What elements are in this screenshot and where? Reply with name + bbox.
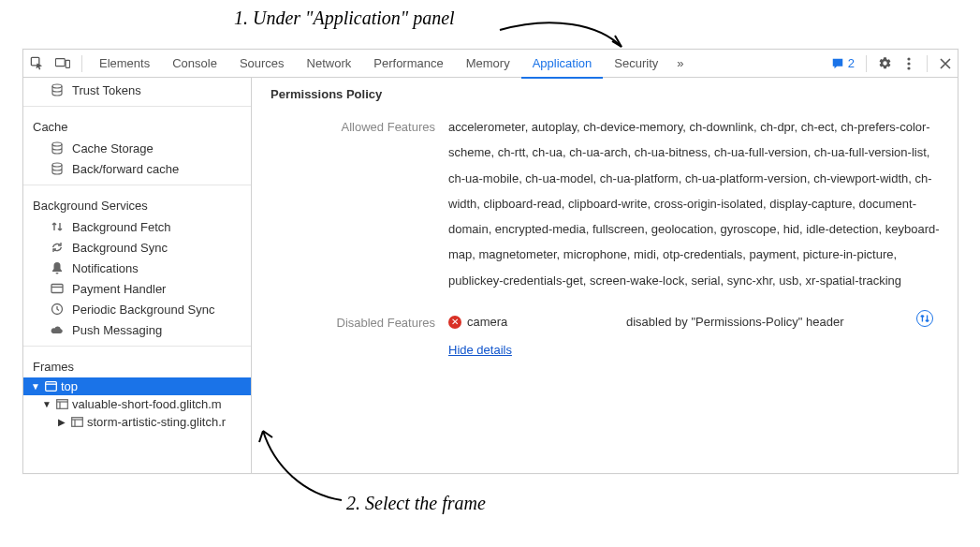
svg-point-7 bbox=[52, 142, 62, 146]
allowed-features-label: Allowed Features bbox=[271, 114, 448, 140]
refresh-button[interactable] bbox=[916, 310, 943, 327]
svg-point-8 bbox=[52, 163, 62, 167]
disabled-feature-name: camera bbox=[467, 310, 507, 334]
disabled-feature-reason: disabled by "Permissions-Policy" header bbox=[626, 310, 907, 334]
divider bbox=[23, 185, 251, 185]
x-circle-icon: ✕ bbox=[448, 316, 461, 329]
separator bbox=[81, 55, 82, 72]
tab-security[interactable]: Security bbox=[603, 50, 669, 78]
frame-child-1[interactable]: ▼ valuable-short-food.glitch.m bbox=[23, 395, 251, 413]
frames-tree: ▼ top ▼ valuable-short-food.glitch.m ▶ s… bbox=[23, 377, 251, 431]
sync-icon bbox=[50, 240, 65, 255]
window-icon bbox=[44, 380, 57, 393]
sidebar-item-label: Back/forward cache bbox=[72, 162, 179, 176]
sidebar-item-bfcache[interactable]: Back/forward cache bbox=[23, 158, 251, 179]
tab-performance[interactable]: Performance bbox=[362, 50, 454, 78]
sidebar-item-bg-sync[interactable]: Background Sync bbox=[23, 237, 251, 258]
bell-icon bbox=[50, 260, 65, 275]
allowed-features-row: Allowed Features accelerometer, autoplay… bbox=[271, 114, 943, 293]
clock-icon bbox=[50, 302, 65, 317]
tab-network[interactable]: Network bbox=[296, 50, 363, 78]
tab-overflow[interactable]: » bbox=[669, 50, 691, 78]
annotation-step-2: 2. Select the frame bbox=[346, 493, 486, 514]
svg-rect-2 bbox=[66, 60, 69, 67]
kebab-menu-icon[interactable] bbox=[897, 50, 921, 78]
section-title: Permissions Policy bbox=[271, 87, 943, 101]
cloud-icon bbox=[50, 322, 65, 337]
settings-icon[interactable] bbox=[872, 50, 897, 78]
inspect-icon[interactable] bbox=[23, 50, 50, 78]
tab-sources[interactable]: Sources bbox=[228, 50, 296, 78]
hide-details-link[interactable]: Hide details bbox=[448, 338, 943, 362]
frame-icon bbox=[55, 398, 68, 411]
sidebar-item-bg-fetch[interactable]: Background Fetch bbox=[23, 216, 251, 237]
sidebar-item-push-messaging[interactable]: Push Messaging bbox=[23, 319, 251, 340]
svg-point-4 bbox=[907, 62, 910, 65]
svg-point-5 bbox=[907, 67, 910, 69]
tab-application[interactable]: Application bbox=[521, 50, 604, 79]
frame-icon bbox=[70, 416, 83, 429]
toolbar-right bbox=[872, 50, 958, 78]
svg-point-6 bbox=[52, 84, 62, 88]
device-toggle-icon[interactable] bbox=[50, 50, 76, 78]
database-icon bbox=[50, 161, 65, 176]
sidebar-item-trust-tokens[interactable]: Trust Tokens bbox=[23, 80, 251, 100]
svg-rect-12 bbox=[45, 382, 56, 392]
disclosure-triangle-icon[interactable]: ▶ bbox=[57, 417, 66, 427]
issues-indicator[interactable]: 2 bbox=[826, 56, 860, 70]
frame-label: top bbox=[61, 379, 78, 393]
divider bbox=[23, 106, 251, 107]
database-icon bbox=[50, 140, 65, 155]
sidebar-item-label: Cache Storage bbox=[72, 141, 154, 155]
devtools-window: Elements Console Sources Network Perform… bbox=[22, 49, 958, 474]
annotation-step-1: 1. Under "Application" panel bbox=[234, 7, 455, 29]
sidebar-group-frames: Frames bbox=[23, 352, 251, 377]
divider bbox=[23, 346, 251, 347]
sidebar-item-notifications[interactable]: Notifications bbox=[23, 258, 251, 278]
frame-child-2[interactable]: ▶ storm-artistic-sting.glitch.r bbox=[23, 413, 251, 431]
permissions-policy-panel: Permissions Policy Allowed Features acce… bbox=[252, 78, 958, 473]
main-tabs: Elements Console Sources Network Perform… bbox=[88, 50, 691, 78]
sidebar-item-periodic-sync[interactable]: Periodic Background Sync bbox=[23, 299, 251, 319]
refresh-icon bbox=[916, 310, 933, 327]
svg-rect-14 bbox=[56, 400, 67, 409]
separator bbox=[927, 55, 928, 72]
sidebar-group-cache: Cache bbox=[23, 112, 251, 138]
tab-elements[interactable]: Elements bbox=[88, 50, 161, 78]
disabled-features-label: Disabled Features bbox=[271, 310, 448, 335]
disabled-feature-camera: ✕ camera bbox=[448, 310, 617, 334]
frame-label: valuable-short-food.glitch.m bbox=[72, 397, 222, 411]
sidebar-item-label: Notifications bbox=[72, 261, 139, 275]
svg-point-3 bbox=[907, 57, 910, 60]
sidebar-item-label: Background Sync bbox=[72, 241, 168, 255]
sidebar-item-label: Push Messaging bbox=[72, 323, 162, 337]
disclosure-triangle-icon[interactable]: ▼ bbox=[31, 381, 40, 392]
disabled-features-row: Disabled Features ✕ camera disabled by "… bbox=[271, 310, 943, 362]
application-sidebar: Trust Tokens Cache Cache Storage Back/fo… bbox=[23, 78, 252, 473]
devtools-toolbar: Elements Console Sources Network Perform… bbox=[23, 50, 958, 78]
sidebar-item-cache-storage[interactable]: Cache Storage bbox=[23, 138, 251, 158]
svg-rect-1 bbox=[55, 58, 65, 66]
sidebar-item-label: Payment Handler bbox=[72, 282, 166, 296]
card-icon bbox=[50, 281, 65, 296]
separator bbox=[866, 55, 867, 72]
tab-console[interactable]: Console bbox=[161, 50, 228, 78]
svg-rect-17 bbox=[71, 418, 82, 427]
frame-label: storm-artistic-sting.glitch.r bbox=[87, 415, 226, 429]
close-icon[interactable] bbox=[933, 50, 958, 78]
sidebar-group-bg-services: Background Services bbox=[23, 191, 251, 216]
allowed-features-value: accelerometer, autoplay, ch-device-memor… bbox=[448, 114, 943, 293]
frame-top[interactable]: ▼ top bbox=[23, 377, 251, 395]
database-icon bbox=[50, 82, 65, 97]
svg-rect-9 bbox=[51, 285, 63, 293]
tab-memory[interactable]: Memory bbox=[455, 50, 521, 78]
issues-count: 2 bbox=[848, 56, 855, 70]
sidebar-item-label: Background Fetch bbox=[72, 220, 171, 234]
sidebar-item-payment-handler[interactable]: Payment Handler bbox=[23, 278, 251, 299]
sidebar-item-label: Trust Tokens bbox=[72, 83, 141, 97]
updown-arrows-icon bbox=[50, 219, 65, 234]
issue-icon bbox=[831, 57, 844, 70]
devtools-body: Trust Tokens Cache Cache Storage Back/fo… bbox=[23, 78, 958, 473]
disclosure-triangle-icon[interactable]: ▼ bbox=[42, 399, 51, 409]
sidebar-item-label: Periodic Background Sync bbox=[72, 303, 214, 317]
